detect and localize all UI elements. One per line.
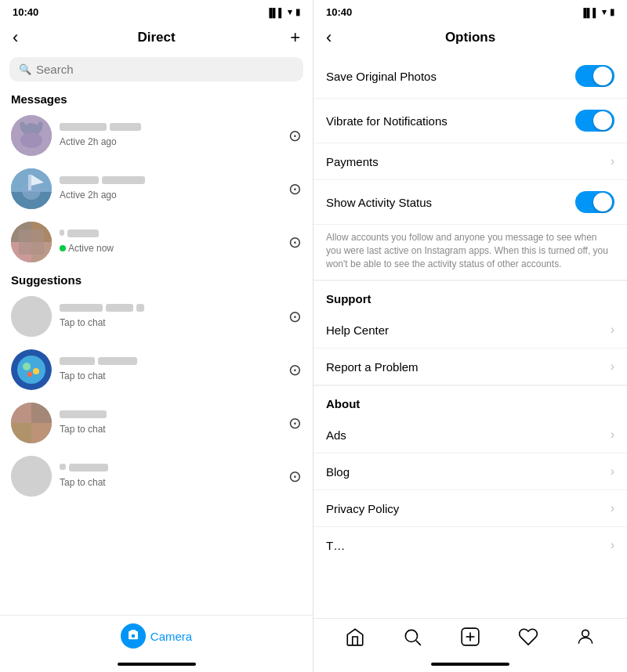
report-problem-row[interactable]: Report a Problem › (314, 349, 627, 385)
blurred-name-3 (67, 229, 99, 237)
camera-icon-s2[interactable]: ⊙ (288, 360, 302, 379)
sugg-name-4a (60, 464, 66, 470)
sugg-name-1c (136, 304, 144, 312)
profile-nav-icon[interactable] (575, 627, 596, 650)
message-item-3[interactable]: Active now ⊙ (0, 215, 313, 269)
save-photos-toggle[interactable] (575, 65, 614, 87)
avatar-1 (11, 115, 52, 156)
avatar-2 (11, 168, 52, 209)
camera-icon-s1[interactable]: ⊙ (288, 307, 302, 326)
svg-point-19 (23, 363, 31, 370)
avatar-3 (11, 222, 52, 262)
svg-point-34 (582, 630, 589, 637)
bottom-nav-items (314, 623, 627, 653)
sugg-name-1 (60, 304, 103, 312)
report-problem-chevron: › (611, 359, 614, 374)
payments-row[interactable]: Payments › (314, 143, 627, 180)
message-item-2[interactable]: Active 2h ago ⊙ (0, 162, 313, 215)
right-panel: 10:40 ▐▌▌ ▾ ▮ ‹ Options Save Original Ph… (314, 0, 627, 672)
camera-icon-1[interactable]: ⊙ (288, 126, 302, 145)
home-nav-icon[interactable] (345, 627, 365, 650)
bottom-bar-left: Camera (0, 615, 313, 656)
privacy-row[interactable]: Privacy Policy › (314, 490, 627, 527)
activity-description: Allow accounts you follow and anyone you… (314, 225, 627, 280)
sugg-name-4 (69, 464, 108, 471)
blurred-name-2 (60, 176, 99, 184)
compose-button[interactable]: + (290, 27, 300, 48)
suggestion-status-3: Tap to chat (60, 424, 106, 435)
avatar-s1 (11, 296, 52, 337)
nav-bar-right: ‹ Options (314, 21, 627, 54)
help-center-row[interactable]: Help Center › (314, 312, 627, 349)
camera-icon-2[interactable]: ⊙ (288, 179, 302, 198)
camera-icon-s3[interactable]: ⊙ (288, 414, 302, 432)
time-right: 10:40 (326, 6, 352, 18)
suggestion-status-4: Tap to chat (60, 477, 106, 488)
time-left: 10:40 (13, 6, 38, 18)
suggestion-item-1[interactable]: Tap to chat ⊙ (0, 290, 313, 343)
battery-icon: ▮ (295, 7, 300, 17)
suggestion-content-2: Tap to chat (60, 357, 288, 382)
status-bar-left: 10:40 ▐▌▌ ▾ ▮ (0, 0, 313, 21)
suggestion-item-3[interactable]: Tap to chat ⊙ (0, 396, 313, 450)
camera-button[interactable]: Camera (121, 623, 192, 649)
search-nav-icon[interactable] (402, 627, 422, 650)
toggle-knob-1 (593, 67, 612, 85)
toggle-knob-3 (593, 193, 612, 211)
privacy-label: Privacy Policy (326, 502, 399, 515)
save-photos-row: Save Original Photos (314, 54, 627, 99)
about-header: About (314, 386, 627, 417)
blog-row[interactable]: Blog › (314, 453, 627, 490)
ads-row[interactable]: Ads › (314, 417, 627, 453)
avatar-s4 (11, 456, 52, 497)
svg-line-30 (416, 641, 421, 645)
heart-nav-icon[interactable] (518, 627, 538, 650)
vibrate-toggle[interactable] (575, 110, 614, 132)
blog-chevron: › (611, 464, 614, 479)
back-button-left[interactable]: ‹ (13, 27, 18, 48)
add-nav-icon[interactable] (460, 627, 480, 650)
vibrate-row: Vibrate for Notifications (314, 99, 627, 143)
home-indicator-right (314, 656, 627, 672)
back-button-right[interactable]: ‹ (326, 27, 332, 48)
payments-label: Payments (326, 155, 379, 168)
search-input[interactable] (36, 63, 294, 76)
left-panel: 10:40 ▐▌▌ ▾ ▮ ‹ Direct + 🔍 Messages (0, 0, 314, 672)
search-bar: 🔍 (9, 57, 303, 81)
ads-chevron: › (611, 428, 614, 442)
svg-point-20 (33, 368, 39, 374)
help-center-label: Help Center (326, 323, 389, 337)
wifi-icon-right: ▾ (602, 7, 607, 17)
activity-row: Show Activity Status (314, 180, 627, 225)
signal-icon: ▐▌▌ (266, 8, 285, 17)
signal-icon-right: ▐▌▌ (581, 8, 599, 17)
camera-icon-3[interactable]: ⊙ (288, 233, 302, 251)
sugg-name-1b (106, 304, 133, 312)
blog-label: Blog (326, 465, 350, 479)
blurred-name-1 (60, 123, 107, 131)
message-status-3: Active now (60, 243, 114, 254)
options-section: Save Original Photos Vibrate for Notific… (314, 54, 627, 280)
vibrate-label: Vibrate for Notifications (326, 114, 448, 128)
suggestion-content-3: Tap to chat (60, 410, 288, 435)
active-dot (60, 245, 66, 251)
message-status-2: Active 2h ago (60, 190, 117, 201)
terms-row[interactable]: T… › (314, 527, 627, 563)
status-icons-right: ▐▌▌ ▾ ▮ (581, 7, 614, 17)
svg-point-18 (17, 356, 45, 384)
message-content-3: Active now (60, 229, 288, 255)
payments-chevron: › (611, 154, 614, 168)
battery-icon-right: ▮ (610, 7, 614, 17)
message-item-1[interactable]: Active 2h ago ⊙ (0, 109, 313, 162)
avatar-s2 (11, 349, 52, 390)
sugg-name-3 (60, 410, 107, 418)
suggestion-item-4[interactable]: Tap to chat ⊙ (0, 450, 313, 503)
status-bar-right: 10:40 ▐▌▌ ▾ ▮ (314, 0, 627, 21)
sugg-name-2 (60, 357, 95, 365)
suggestion-item-2[interactable]: Tap to chat ⊙ (0, 343, 313, 396)
camera-circle-icon (121, 623, 146, 649)
avatar-s3 (11, 403, 52, 443)
message-content-2: Active 2h ago (60, 176, 288, 201)
activity-toggle[interactable] (575, 191, 614, 213)
camera-icon-s4[interactable]: ⊙ (288, 467, 302, 486)
